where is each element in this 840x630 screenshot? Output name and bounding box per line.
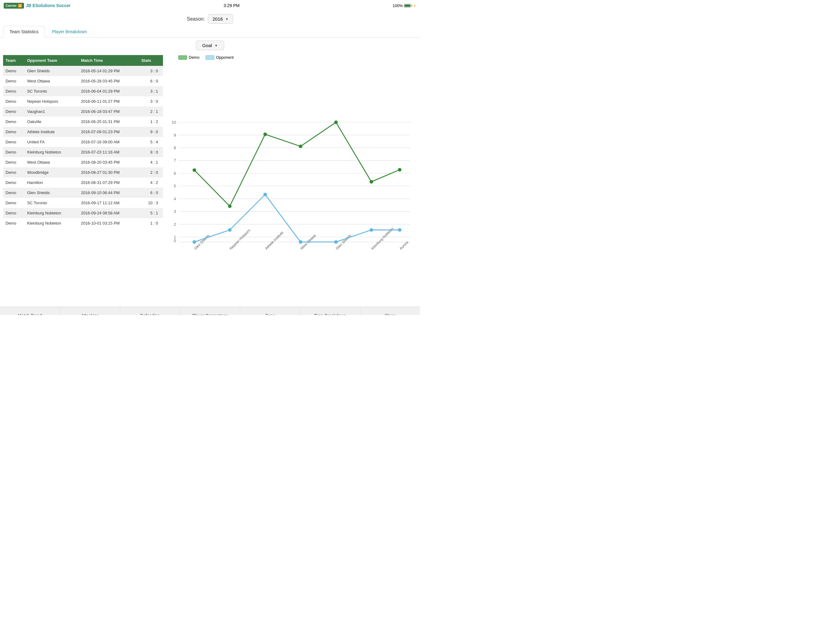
legend-opponent: Opponent xyxy=(206,55,234,60)
demo-color-box xyxy=(178,55,187,60)
svg-point-42 xyxy=(398,228,401,232)
defending-label: Defending xyxy=(140,313,160,315)
svg-point-38 xyxy=(264,193,267,196)
table-row[interactable]: Demo SC Toronto 2016-09-17 11:12 AM 10 :… xyxy=(3,198,163,208)
cell-opponent: West Ottawa xyxy=(25,157,78,167)
cell-stats: 6 : 0 xyxy=(139,76,163,86)
table-row[interactable]: Demo Kleinburg Nobleton 2016-07-23 11:16… xyxy=(3,147,163,157)
goal-dropdown[interactable]: Goal ▼ xyxy=(196,41,224,50)
table-row[interactable]: Demo United FA 2016-07-16 09:00 AM 5 : 4 xyxy=(3,137,163,147)
bottom-tab-zone[interactable]: Zone xyxy=(240,307,300,315)
table-row[interactable]: Demo Athlete Institute 2016-07-09 01:23 … xyxy=(3,127,163,137)
bottom-tab-time-breakdown[interactable]: Time Breakdown xyxy=(300,307,360,315)
cell-team: Demo xyxy=(3,127,25,137)
table-row[interactable]: Demo Kleinburg Nobleton 2016-09-24 08:58… xyxy=(3,208,163,218)
svg-text:Athlete Institute: Athlete Institute xyxy=(264,230,284,250)
svg-text:7: 7 xyxy=(174,158,176,163)
goal-label: Goal xyxy=(202,43,212,48)
tab-player-breakdown[interactable]: Player Breakdown xyxy=(46,26,93,38)
svg-point-39 xyxy=(299,240,303,244)
svg-text:8: 8 xyxy=(174,146,176,150)
bottom-tab-match-trend[interactable]: Match Trend xyxy=(0,307,60,315)
cell-team: Demo xyxy=(3,66,25,76)
cell-stats: 9 : 0 xyxy=(139,127,163,137)
battery-icon: ⚡ xyxy=(404,4,416,7)
table-row[interactable]: Demo Woodbridge 2016-08-27 01:30 PM 2 : … xyxy=(3,167,163,177)
table-row[interactable]: Demo Glen Shields 2016-05-14 01:29 PM 3 … xyxy=(3,66,163,76)
table-row[interactable]: Demo Oakville 2016-06-25 01:31 PM 1 : 2 xyxy=(3,117,163,127)
table-row[interactable]: Demo Nepean Hotspurs 2016-06-11 01:27 PM… xyxy=(3,96,163,106)
carrier-text: Carrier xyxy=(6,4,17,7)
cell-team: Demo xyxy=(3,218,25,228)
season-dropdown[interactable]: 2016 ▼ xyxy=(208,14,233,24)
cell-opponent: Kleinburg Nobleton xyxy=(25,208,78,218)
cell-opponent: West Ottawa xyxy=(25,76,78,86)
cell-stats: 3 : 1 xyxy=(139,86,163,96)
chart-legend: Demo Opponent xyxy=(166,55,414,60)
cell-stats: 1 : 2 xyxy=(139,117,163,127)
svg-point-33 xyxy=(334,120,338,124)
svg-point-40 xyxy=(334,240,338,244)
status-left: Carrier 📶 JB ESolutions Soccer xyxy=(4,3,71,9)
opponent-color-box xyxy=(206,55,214,60)
cell-team: Demo xyxy=(3,86,25,96)
svg-point-31 xyxy=(264,133,267,136)
table-header-row: Team Opponent Team Match Time Stats xyxy=(3,55,163,66)
app-title: JB ESolutions Soccer xyxy=(26,3,70,8)
battery-fill xyxy=(405,5,410,7)
svg-point-41 xyxy=(369,228,373,232)
cell-team: Demo xyxy=(3,147,25,157)
cell-match-time: 2016-07-23 11:16 AM xyxy=(78,147,139,157)
svg-point-29 xyxy=(193,168,196,172)
cell-opponent: Glen Shields xyxy=(25,66,78,76)
cell-opponent: SC Toronto xyxy=(25,198,78,208)
cell-match-time: 2016-05-14 01:29 PM xyxy=(78,66,139,76)
cell-stats: 3 : 0 xyxy=(139,96,163,106)
player-percentage-label: Player Percentage xyxy=(192,313,227,315)
cell-team: Demo xyxy=(3,106,25,117)
bottom-bar: Match Trend Attacking Defending Player P… xyxy=(0,307,420,315)
cell-match-time: 2016-08-20 03:45 PM xyxy=(78,157,139,167)
goal-chevron-down-icon: ▼ xyxy=(214,44,218,47)
attacking-label: Attacking xyxy=(81,313,99,315)
table-row[interactable]: Demo West Ottawa 2016-05-28 03:45 PM 6 :… xyxy=(3,76,163,86)
cell-match-time: 2016-10-01 03:15 PM xyxy=(78,218,139,228)
cell-team: Demo xyxy=(3,157,25,167)
cell-match-time: 2016-09-10 06:44 PM xyxy=(78,188,139,198)
bottom-tab-defending[interactable]: Defending xyxy=(120,307,180,315)
main-content: Team Opponent Team Match Time Stats Demo… xyxy=(0,52,420,307)
cell-match-time: 2016-06-04 01:29 PM xyxy=(78,86,139,96)
bottom-tab-close[interactable]: Close xyxy=(360,307,420,315)
table-row[interactable]: Demo Glen Shields 2016-09-10 06:44 PM 6 … xyxy=(3,188,163,198)
goal-bar: Goal ▼ xyxy=(0,38,420,52)
legend-demo: Demo xyxy=(178,55,199,60)
bottom-tab-player-percentage[interactable]: Player Percentage xyxy=(180,307,240,315)
table-row[interactable]: Demo SC Toronto 2016-06-04 01:29 PM 3 : … xyxy=(3,86,163,96)
cell-match-time: 2016-06-25 01:31 PM xyxy=(78,117,139,127)
cell-stats: 2 : 1 xyxy=(139,106,163,117)
svg-point-30 xyxy=(228,204,232,208)
svg-text:2: 2 xyxy=(174,222,176,227)
cell-stats: 4 : 1 xyxy=(139,157,163,167)
time-breakdown-label: Time Breakdown xyxy=(314,313,346,315)
cell-team: Demo xyxy=(3,137,25,147)
cell-opponent: Athlete Institute xyxy=(25,127,78,137)
cell-stats: 1 : 0 xyxy=(139,218,163,228)
cell-opponent: Kleinburg Nobleton xyxy=(25,218,78,228)
battery-tip xyxy=(411,5,412,6)
zone-label: Zone xyxy=(265,313,275,315)
cell-team: Demo xyxy=(3,177,25,188)
left-panel: Team Opponent Team Match Time Stats Demo… xyxy=(0,52,163,307)
col-stats: Stats xyxy=(139,55,163,66)
table-row[interactable]: Demo Kleinburg Nobleton 2016-10-01 03:15… xyxy=(3,218,163,228)
cell-opponent: Nepean Hotspurs xyxy=(25,96,78,106)
season-chevron-down-icon: ▼ xyxy=(225,17,229,21)
table-row[interactable]: Demo West Ottawa 2016-08-20 03:45 PM 4 :… xyxy=(3,157,163,167)
svg-text:Aurora: Aurora xyxy=(399,240,409,250)
bottom-tab-attacking[interactable]: Attacking xyxy=(60,307,120,315)
line-chart-svg: 10 9 8 7 6 5 4 3 2 1 0 xyxy=(166,63,414,304)
table-row[interactable]: Demo Hamilton 2016-08-31 07:29 PM 4 : 2 xyxy=(3,177,163,188)
cell-team: Demo xyxy=(3,117,25,127)
tab-team-statistics[interactable]: Team Statistics xyxy=(3,26,45,38)
table-row[interactable]: Demo Vaughan1 2016-06-18 03:47 PM 2 : 1 xyxy=(3,106,163,117)
